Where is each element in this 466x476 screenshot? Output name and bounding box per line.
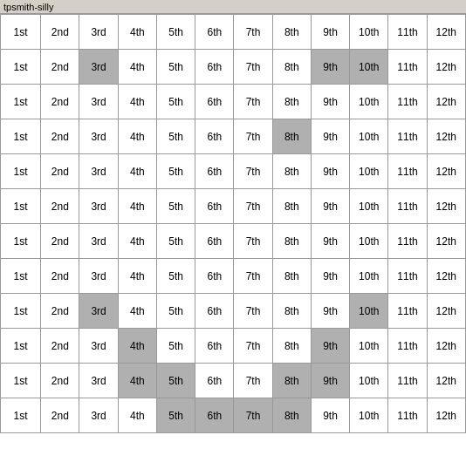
table-cell: 1st <box>1 294 41 329</box>
table-cell: 6th <box>195 119 234 154</box>
table-cell: 3rd <box>79 224 118 259</box>
table-cell: 7th <box>234 364 272 398</box>
table-cell: 3rd <box>79 154 118 189</box>
table-cell: 2nd <box>41 259 79 294</box>
table-cell: 5th <box>156 364 195 398</box>
table-cell: 12th <box>427 15 465 50</box>
table-cell: 5th <box>156 154 195 189</box>
table-cell: 9th <box>311 119 349 154</box>
table-cell: 10th <box>350 398 388 433</box>
table-cell: 11th <box>388 364 427 398</box>
table-cell: 7th <box>234 50 272 85</box>
table-cell: 10th <box>350 119 388 154</box>
table-cell: 9th <box>311 329 349 364</box>
table-cell: 9th <box>311 398 349 433</box>
table-cell: 8th <box>272 15 311 50</box>
table-cell: 4th <box>118 398 156 433</box>
table-cell: 5th <box>156 259 195 294</box>
table-row: 1st2nd3rd4th5th6th7th8th9th10th11th12th <box>1 189 466 224</box>
table-cell: 9th <box>311 15 349 50</box>
table-cell: 11th <box>388 189 427 224</box>
grid-table: 1st2nd3rd4th5th6th7th8th9th10th11th12th1… <box>0 14 466 433</box>
table-row: 1st2nd3rd4th5th6th7th8th9th10th11th12th <box>1 154 466 189</box>
table-cell: 6th <box>195 15 234 50</box>
table-cell: 6th <box>195 398 234 433</box>
table-cell: 8th <box>272 154 311 189</box>
table-cell: 11th <box>388 294 427 329</box>
table-cell: 1st <box>1 85 41 119</box>
table-cell: 1st <box>1 224 41 259</box>
table-cell: 3rd <box>79 294 118 329</box>
table-cell: 10th <box>350 259 388 294</box>
table-cell: 12th <box>427 329 465 364</box>
table-cell: 11th <box>388 85 427 119</box>
grid-container: 1st2nd3rd4th5th6th7th8th9th10th11th12th1… <box>0 14 466 433</box>
table-cell: 11th <box>388 329 427 364</box>
table-cell: 2nd <box>41 294 79 329</box>
table-cell: 2nd <box>41 119 79 154</box>
table-cell: 4th <box>118 154 156 189</box>
table-cell: 12th <box>427 364 465 398</box>
table-row: 1st2nd3rd4th5th6th7th8th9th10th11th12th <box>1 85 466 119</box>
table-cell: 12th <box>427 119 465 154</box>
table-cell: 2nd <box>41 329 79 364</box>
table-cell: 5th <box>156 189 195 224</box>
table-cell: 8th <box>272 364 311 398</box>
table-cell: 9th <box>311 85 349 119</box>
table-cell: 11th <box>388 154 427 189</box>
table-cell: 9th <box>311 224 349 259</box>
table-cell: 8th <box>272 85 311 119</box>
table-cell: 5th <box>156 50 195 85</box>
table-row: 1st2nd3rd4th5th6th7th8th9th10th11th12th <box>1 329 466 364</box>
table-cell: 7th <box>234 154 272 189</box>
table-cell: 4th <box>118 85 156 119</box>
table-cell: 6th <box>195 329 234 364</box>
table-cell: 4th <box>118 329 156 364</box>
table-cell: 4th <box>118 294 156 329</box>
table-cell: 12th <box>427 294 465 329</box>
table-cell: 6th <box>195 50 234 85</box>
table-cell: 7th <box>234 15 272 50</box>
table-cell: 10th <box>350 329 388 364</box>
table-row: 1st2nd3rd4th5th6th7th8th9th10th11th12th <box>1 259 466 294</box>
table-cell: 2nd <box>41 224 79 259</box>
table-cell: 3rd <box>79 15 118 50</box>
title-bar: tpsmith-silly <box>0 0 466 14</box>
table-cell: 8th <box>272 398 311 433</box>
window-title: tpsmith-silly <box>3 2 53 12</box>
table-cell: 4th <box>118 189 156 224</box>
table-cell: 10th <box>350 294 388 329</box>
table-row: 1st2nd3rd4th5th6th7th8th9th10th11th12th <box>1 50 466 85</box>
table-cell: 8th <box>272 50 311 85</box>
table-cell: 12th <box>427 50 465 85</box>
table-cell: 2nd <box>41 154 79 189</box>
table-cell: 12th <box>427 398 465 433</box>
table-cell: 11th <box>388 224 427 259</box>
table-cell: 4th <box>118 224 156 259</box>
table-cell: 10th <box>350 224 388 259</box>
table-cell: 4th <box>118 50 156 85</box>
table-cell: 5th <box>156 15 195 50</box>
table-cell: 6th <box>195 85 234 119</box>
table-cell: 3rd <box>79 259 118 294</box>
table-cell: 10th <box>350 85 388 119</box>
table-row: 1st2nd3rd4th5th6th7th8th9th10th11th12th <box>1 224 466 259</box>
table-cell: 10th <box>350 154 388 189</box>
table-cell: 2nd <box>41 398 79 433</box>
table-cell: 8th <box>272 224 311 259</box>
table-cell: 3rd <box>79 329 118 364</box>
table-cell: 4th <box>118 259 156 294</box>
table-cell: 11th <box>388 259 427 294</box>
table-cell: 5th <box>156 119 195 154</box>
table-cell: 1st <box>1 364 41 398</box>
table-cell: 1st <box>1 50 41 85</box>
table-cell: 7th <box>234 224 272 259</box>
table-cell: 7th <box>234 119 272 154</box>
table-cell: 9th <box>311 50 349 85</box>
table-cell: 6th <box>195 364 234 398</box>
table-cell: 7th <box>234 189 272 224</box>
table-cell: 2nd <box>41 15 79 50</box>
table-cell: 6th <box>195 224 234 259</box>
table-cell: 1st <box>1 119 41 154</box>
table-cell: 7th <box>234 294 272 329</box>
